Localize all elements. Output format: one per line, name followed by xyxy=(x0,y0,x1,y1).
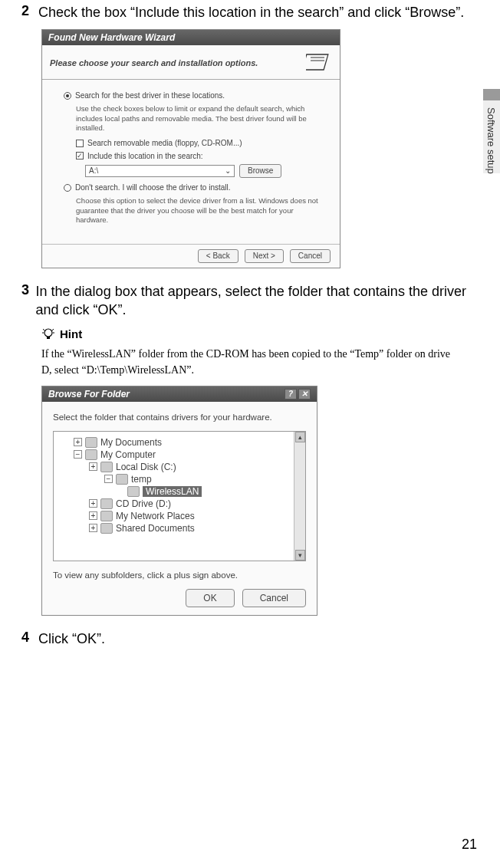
browse-button-row: OK Cancel xyxy=(53,589,306,607)
browse-instruction: Select the folder that contains drivers … xyxy=(53,413,306,422)
browse-title: Browse For Folder xyxy=(48,389,130,399)
hint-header: Hint xyxy=(41,327,479,341)
step-3: 3 In the dialog box that appears, select… xyxy=(21,282,479,320)
svg-line-5 xyxy=(43,329,44,330)
computer-icon xyxy=(85,449,97,460)
svg-line-6 xyxy=(52,329,54,330)
node-label: Shared Documents xyxy=(116,523,195,534)
svg-point-3 xyxy=(44,329,52,337)
node-label: CD Drive (D:) xyxy=(116,498,171,509)
back-button[interactable]: < Back xyxy=(198,249,238,263)
hardware-icon xyxy=(306,51,332,74)
hint-label: Hint xyxy=(60,327,82,340)
step-text: Click “OK”. xyxy=(38,630,105,648)
step-2: 2 Check the box “Include this location i… xyxy=(21,3,479,21)
browse-body: Select the folder that contains drivers … xyxy=(42,402,317,615)
step-number: 2 xyxy=(21,3,38,21)
folder-icon xyxy=(85,437,97,448)
node-label: My Documents xyxy=(100,437,162,448)
check-label: Include this location in the search: xyxy=(87,151,203,162)
step-number: 3 xyxy=(21,282,36,320)
radio-label: Search for the best driver in these loca… xyxy=(75,90,225,101)
radio-label: Don't search. I will choose the driver t… xyxy=(75,182,231,193)
wizard-body: Search for the best driver in these loca… xyxy=(42,80,340,238)
tree-node-cd-drive[interactable]: + CD Drive (D:) xyxy=(89,498,302,510)
step-4: 4 Click “OK”. xyxy=(21,630,479,648)
tree-node-my-computer[interactable]: − My Computer xyxy=(74,449,302,461)
folder-icon xyxy=(100,523,113,534)
node-label: temp xyxy=(131,474,152,485)
ok-button[interactable]: OK xyxy=(186,589,234,607)
radio-search-locations[interactable]: Search for the best driver in these loca… xyxy=(64,90,326,101)
browse-button[interactable]: Browse xyxy=(239,164,281,178)
page-number: 21 xyxy=(462,837,477,853)
node-label: My Computer xyxy=(100,449,156,460)
browse-folder-dialog: Browse For Folder ? ✕ Select the folder … xyxy=(41,386,317,616)
wizard-titlebar: Found New Hardware Wizard xyxy=(42,30,340,45)
checkbox-icon xyxy=(76,140,84,147)
browse-footer-text: To view any subfolders, click a plus sig… xyxy=(53,570,306,580)
cd-icon xyxy=(100,498,113,509)
node-label: Local Disk (C:) xyxy=(116,462,176,472)
folder-tree[interactable]: + My Documents − My Computer + Local Dis… xyxy=(53,431,306,561)
cancel-button[interactable]: Cancel xyxy=(242,589,306,607)
wizard-button-row: < Back Next > Cancel xyxy=(42,244,340,268)
expand-icon[interactable]: + xyxy=(89,511,97,520)
side-tab-label: Software setup xyxy=(485,107,497,174)
hint-icon xyxy=(41,327,55,341)
radio1-description: Use the check boxes below to limit or ex… xyxy=(76,104,326,133)
tree-node-wirelesslan[interactable]: WirelessLAN xyxy=(127,485,302,498)
step-text: Check the box “Include this location in … xyxy=(38,3,464,21)
collapse-icon[interactable]: − xyxy=(74,450,82,459)
svg-rect-0 xyxy=(306,54,328,70)
folder-icon xyxy=(116,474,128,485)
scroll-up-icon[interactable]: ▴ xyxy=(295,432,305,442)
tree-node-local-disk-c[interactable]: + Local Disk (C:) xyxy=(89,461,302,473)
close-icon[interactable]: ✕ xyxy=(298,389,311,399)
network-icon xyxy=(100,511,113,521)
check-include-location[interactable]: Include this location in the search: xyxy=(76,151,326,162)
hint-text: If the “WirelessLAN” folder from the CD-… xyxy=(41,346,463,378)
drive-icon xyxy=(100,462,113,472)
step-number: 4 xyxy=(21,630,38,648)
path-select[interactable]: A:\ ⌄ xyxy=(85,165,235,177)
svg-rect-4 xyxy=(47,337,50,339)
next-button[interactable]: Next > xyxy=(245,249,284,263)
checkbox-icon xyxy=(76,152,84,159)
tree-node-my-documents[interactable]: + My Documents xyxy=(74,436,302,449)
step-text: In the dialog box that appears, select t… xyxy=(36,282,479,320)
help-icon[interactable]: ? xyxy=(285,389,297,399)
path-value: A:\ xyxy=(89,166,98,176)
scroll-down-icon[interactable]: ▾ xyxy=(295,550,305,561)
path-row: A:\ ⌄ Browse xyxy=(85,164,326,178)
check-removable-media[interactable]: Search removable media (floppy, CD-ROM..… xyxy=(76,138,326,149)
expand-icon[interactable]: + xyxy=(89,462,97,471)
check-label: Search removable media (floppy, CD-ROM..… xyxy=(87,138,242,149)
wizard-subtitle-row: Please choose your search and installati… xyxy=(42,45,340,80)
tree-node-network-places[interactable]: + My Network Places xyxy=(89,510,302,522)
expand-icon[interactable]: + xyxy=(74,438,82,446)
wizard-subtitle: Please choose your search and installati… xyxy=(50,58,258,67)
folder-icon xyxy=(127,486,140,497)
node-label: My Network Places xyxy=(116,511,195,521)
node-label-selected: WirelessLAN xyxy=(143,486,202,497)
wizard-figure: Found New Hardware Wizard Please choose … xyxy=(41,29,340,268)
radio-icon xyxy=(64,92,71,100)
expand-icon[interactable]: + xyxy=(89,524,97,532)
radio-icon xyxy=(64,184,71,192)
radio2-description: Choose this option to select the device … xyxy=(76,196,326,225)
chevron-down-icon: ⌄ xyxy=(225,166,231,176)
radio-dont-search[interactable]: Don't search. I will choose the driver t… xyxy=(64,182,326,193)
tree-node-shared-documents[interactable]: + Shared Documents xyxy=(89,522,302,534)
expand-icon[interactable]: + xyxy=(89,499,97,508)
collapse-icon[interactable]: − xyxy=(104,475,113,483)
scrollbar[interactable]: ▴ ▾ xyxy=(294,432,305,561)
browse-titlebar: Browse For Folder ? ✕ xyxy=(42,386,317,402)
cancel-button[interactable]: Cancel xyxy=(290,249,331,263)
tree-node-temp[interactable]: − temp xyxy=(104,473,302,485)
